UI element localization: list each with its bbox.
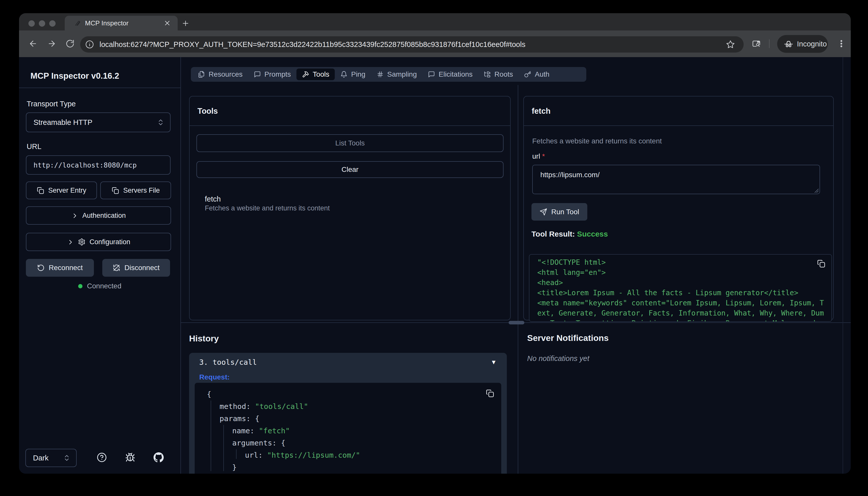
tab-label: Ping: [351, 70, 365, 78]
theme-select[interactable]: Dark: [26, 449, 77, 467]
traffic-light-zoom[interactable]: [49, 20, 56, 27]
run-tool-label: Run Tool: [551, 208, 579, 216]
server-entry-button[interactable]: Server Entry: [26, 182, 97, 199]
splitter-handle[interactable]: [509, 321, 524, 324]
connection-status: Connected: [19, 282, 180, 290]
browser-tabstrip: MCP Inspector: [19, 13, 851, 30]
result-code-line: <head>: [537, 278, 563, 287]
url-text[interactable]: localhost:6274/?MCP_PROXY_AUTH_TOKEN=9e7…: [99, 40, 726, 49]
browser-menu-icon[interactable]: [837, 39, 846, 48]
tool-detail-panel: fetch Fetches a website and returns its …: [523, 96, 834, 320]
tool-result-status: Success: [577, 230, 608, 238]
history-entry-header[interactable]: 3. tools/call ▼: [199, 358, 497, 367]
tab-auth[interactable]: Auth: [519, 68, 555, 80]
bug-icon[interactable]: [125, 452, 135, 463]
browser-tab-title: MCP Inspector: [85, 19, 163, 27]
request-json-line: }: [232, 463, 237, 471]
column-splitter[interactable]: [518, 85, 518, 474]
scrollbar-gutter: [842, 57, 843, 474]
tab-search-icon[interactable]: [752, 39, 761, 48]
request-json-line: name: "fetch": [232, 427, 290, 435]
clear-tools-button[interactable]: Clear: [196, 161, 504, 178]
url-param-input[interactable]: https://lipsum.com/: [532, 165, 820, 194]
key-icon: [524, 71, 531, 78]
tab-sampling[interactable]: Sampling: [371, 68, 423, 80]
request-json-line: method: "tools/call": [220, 402, 308, 411]
chevron-right-icon: [67, 238, 74, 246]
message-icon: [428, 71, 435, 78]
url-param-value: https://lipsum.com/: [540, 171, 599, 179]
tree-icon: [484, 71, 491, 78]
tab-close-icon[interactable]: [163, 19, 171, 27]
new-tab-button[interactable]: [182, 19, 190, 27]
reconnect-button[interactable]: Reconnect: [26, 259, 94, 277]
indent-guide: [236, 449, 237, 459]
resize-handle[interactable]: [814, 188, 819, 193]
disconnect-button[interactable]: Disconnect: [102, 259, 170, 277]
incognito-badge: Incognito: [777, 35, 828, 53]
history-title: History: [189, 334, 219, 343]
url-param-label-text: url: [532, 152, 540, 160]
back-icon[interactable]: [28, 39, 37, 48]
message-icon: [254, 71, 261, 78]
transport-type-select[interactable]: Streamable HTTP: [26, 112, 171, 132]
run-tool-button[interactable]: Run Tool: [532, 203, 587, 221]
request-json-line: params: {: [220, 414, 259, 423]
transport-type-value: Streamable HTTP: [33, 118, 157, 127]
mcp-inspector-page: MCP Inspector v0.16.2 Transport Type Str…: [19, 57, 851, 474]
disconnect-label: Disconnect: [124, 264, 160, 272]
tools-list-panel: Tools List Tools Clear fetch Fetches a w…: [189, 96, 511, 320]
tab-label: Auth: [535, 70, 550, 78]
rotate-ccw-icon: [37, 264, 45, 272]
configuration-toggle[interactable]: Configuration: [26, 233, 171, 251]
sidebar: MCP Inspector v0.16.2 Transport Type Str…: [19, 57, 181, 474]
files-icon: [198, 71, 205, 78]
forward-icon[interactable]: [47, 39, 56, 48]
chevron-right-icon: [71, 212, 78, 219]
tab-label: Tools: [313, 70, 329, 78]
browser-toolbar: localhost:6274/?MCP_PROXY_AUTH_TOKEN=9e7…: [19, 30, 851, 57]
authentication-toggle[interactable]: Authentication: [26, 206, 171, 224]
connected-dot: [78, 284, 82, 288]
help-icon[interactable]: [97, 452, 107, 463]
screenshot-stage: MCP Inspector localhost:6274/?MCP_PROXY_…: [0, 0, 868, 496]
incognito-label: Incognito: [797, 40, 827, 48]
no-notifications-text: No notifications yet: [527, 354, 589, 363]
tab-prompts[interactable]: Prompts: [248, 68, 297, 80]
tab-ping[interactable]: Ping: [335, 68, 371, 80]
tab-elicitations[interactable]: Elicitations: [422, 68, 478, 80]
request-json-line: url: "https://lipsum.com/": [245, 451, 360, 460]
mcp-logo-icon: [74, 19, 81, 27]
tab-roots[interactable]: Roots: [478, 68, 519, 80]
configuration-label: Configuration: [90, 238, 130, 246]
tool-result-code[interactable]: "<!DOCTYPE html><html lang="en"><head><t…: [529, 254, 832, 322]
servers-file-button[interactable]: Servers File: [100, 182, 171, 199]
tab-resources[interactable]: Resources: [192, 68, 248, 80]
bookmark-star-icon[interactable]: [726, 40, 735, 49]
chevrons-up-down-icon: [157, 119, 164, 126]
incognito-icon: [784, 39, 793, 49]
request-json-line: {: [207, 390, 211, 399]
bell-icon: [340, 71, 347, 78]
indent-guide: [211, 401, 211, 471]
copy-icon[interactable]: [486, 389, 494, 398]
server-url-input[interactable]: http://localhost:8080/mcp: [26, 155, 171, 175]
reload-icon[interactable]: [65, 39, 75, 48]
traffic-light-minimize[interactable]: [39, 20, 45, 27]
browser-tab[interactable]: MCP Inspector: [65, 16, 178, 30]
collapse-caret-icon[interactable]: ▼: [491, 359, 497, 366]
github-icon[interactable]: [154, 452, 164, 463]
panel-divider: [524, 125, 833, 126]
copy-icon[interactable]: [817, 259, 825, 268]
required-marker: *: [542, 152, 545, 160]
list-tools-button[interactable]: List Tools: [196, 134, 504, 152]
transport-type-label: Transport Type: [27, 100, 76, 108]
traffic-light-close[interactable]: [28, 20, 35, 27]
tab-label: Prompts: [265, 70, 291, 78]
site-info-icon[interactable]: [85, 40, 94, 49]
tab-tools[interactable]: Tools: [297, 68, 335, 80]
url-bar[interactable]: localhost:6274/?MCP_PROXY_AUTH_TOKEN=9e7…: [80, 36, 744, 52]
server-entry-label: Server Entry: [48, 187, 86, 195]
request-json-code[interactable]: {method: "tools/call"params: {name: "fet…: [195, 383, 501, 474]
server-notifications-title: Server Notifications: [527, 333, 609, 343]
